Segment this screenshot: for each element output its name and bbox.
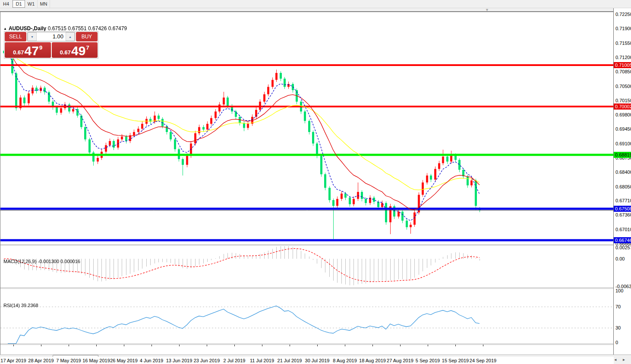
symbol-triangle-icon: ▲ — [3, 27, 7, 31]
symbol-name: AUDUSD-,Daily — [9, 25, 46, 31]
sell-price-display[interactable]: 0.67 47 9 — [5, 42, 51, 58]
buy-price-display[interactable]: 0.67 49 7 — [52, 42, 98, 58]
buy-button[interactable]: BUY — [76, 32, 98, 41]
date-axis-label: 4 Jun 2019 — [140, 358, 163, 363]
price-level-badge: 0.70002 — [614, 104, 631, 110]
chart-shift-marker-icon[interactable]: ▼ — [485, 8, 489, 12]
sell-price-pip: 9 — [39, 44, 42, 51]
rsi-axis-label: 100 — [615, 288, 623, 293]
date-axis-label: 21 Jul 2019 — [278, 358, 302, 363]
price-axis-label: 0.72250 — [615, 12, 631, 17]
date-axis-label: 16 May 2019 — [82, 358, 110, 363]
price-axis-label: 0.67710 — [615, 198, 631, 203]
price-axis-label: 0.70500 — [615, 84, 631, 89]
price-chart-canvas[interactable] — [0, 12, 614, 355]
macd-axis-label: 0.00 — [615, 256, 625, 261]
ohlc-values: 0.67515 0.67551 0.67426 0.67479 — [48, 25, 127, 31]
chart-area: ▲AUDUSD-,Daily 0.67515 0.67551 0.67426 0… — [0, 12, 613, 355]
date-axis-label: 28 Apr 2019 — [28, 358, 54, 363]
price-axis: 0.722500.719000.715500.712000.708500.705… — [613, 8, 631, 355]
rsi-axis-label: 70 — [615, 304, 621, 309]
price-axis-label: 0.70150 — [615, 98, 631, 103]
price-level-badge: 0.67508 — [614, 206, 631, 212]
buy-price-main: 49 — [71, 45, 85, 57]
macd-values: -0.001300 0.000016 — [38, 259, 80, 264]
date-axis-label: 11 Jul 2019 — [250, 358, 274, 363]
date-axis: 17 Apr 201928 Apr 20197 May 201916 May 2… — [0, 357, 614, 364]
rsi-axis-label: 0 — [615, 340, 618, 345]
sell-button[interactable]: SELL — [5, 32, 26, 41]
date-axis-label: 8 Aug 2019 — [333, 358, 357, 363]
date-axis-label: 5 Sep 2019 — [416, 358, 440, 363]
date-axis-label: 13 Jun 2019 — [166, 358, 192, 363]
trading-terminal: H4D1W1MN ▼ ▲AUDUSD-,Daily 0.67515 0.6755… — [0, 0, 631, 364]
tab-scroll-arrows[interactable]: ◂ ▸ — [614, 357, 631, 362]
price-axis-label: 0.67010 — [615, 227, 631, 232]
date-axis-label: 18 Aug 2019 — [359, 358, 386, 363]
price-level-badge: 0.71005 — [614, 62, 631, 68]
price-level-badge: 0.66746 — [614, 237, 631, 243]
buy-price-pip: 7 — [86, 44, 89, 51]
timeframe-button-d1[interactable]: D1 — [13, 0, 25, 8]
date-axis-label: 2 Jul 2019 — [224, 358, 246, 363]
timeframe-toolbar: H4D1W1MN — [0, 0, 631, 8]
symbol-header: ▲AUDUSD-,Daily 0.67515 0.67551 0.67426 0… — [3, 25, 127, 31]
price-axis-label: 0.68050 — [615, 184, 631, 189]
macd-label: MACD(12,26,9) -0.001300 0.000016 — [3, 259, 80, 264]
date-axis-label: 30 Jul 2019 — [305, 358, 330, 363]
date-axis-label: 23 Jun 2019 — [194, 358, 220, 363]
sell-price-main: 47 — [25, 45, 39, 57]
volume-increase-button[interactable]: ▲ — [66, 32, 75, 41]
volume-spinner: ▼ 1.00 ▲ — [27, 32, 75, 41]
date-axis-label: 26 May 2019 — [110, 358, 138, 363]
sell-price-prefix: 0.67 — [13, 49, 24, 56]
price-axis-label: 0.68400 — [615, 169, 631, 175]
timeframe-button-mn[interactable]: MN — [38, 0, 50, 8]
date-axis-label: 24 Sep 2019 — [470, 358, 496, 363]
price-axis-label: 0.71900 — [615, 26, 631, 31]
timeframe-button-w1[interactable]: W1 — [25, 0, 38, 8]
price-axis-label: 0.69450 — [615, 126, 631, 132]
price-axis-label: 0.71200 — [615, 55, 631, 60]
macd-axis-label: 0.002574 — [615, 245, 631, 250]
date-axis-label: 27 Aug 2019 — [387, 358, 413, 363]
price-axis-label: 0.69100 — [615, 141, 631, 146]
price-level-badge: 0.68819 — [614, 152, 631, 158]
volume-value[interactable]: 1.00 — [37, 32, 66, 41]
price-axis-label: 0.71550 — [615, 41, 631, 46]
buy-price-prefix: 0.67 — [60, 49, 71, 56]
date-axis-label: 17 Apr 2019 — [0, 358, 26, 363]
chart-window-top-border: ▼ — [0, 8, 631, 12]
price-axis-label: 0.69800 — [615, 112, 631, 117]
date-axis-label: 15 Sep 2019 — [442, 358, 469, 363]
rsi-axis-label: 30 — [615, 325, 621, 330]
rsi-label: RSI(14) 39.2368 — [3, 303, 38, 308]
price-axis-label: 0.70850 — [615, 69, 631, 74]
one-click-trade-panel: SELL ▼ 1.00 ▲ BUY 0.67 47 9 0.67 49 7 — [4, 31, 98, 59]
timeframe-button-h4[interactable]: H4 — [0, 0, 13, 8]
price-axis-label: 0.67360 — [615, 212, 631, 217]
date-axis-label: 7 May 2019 — [56, 358, 81, 363]
rsi-value: 39.2368 — [21, 303, 38, 308]
volume-decrease-button[interactable]: ▼ — [28, 32, 37, 41]
